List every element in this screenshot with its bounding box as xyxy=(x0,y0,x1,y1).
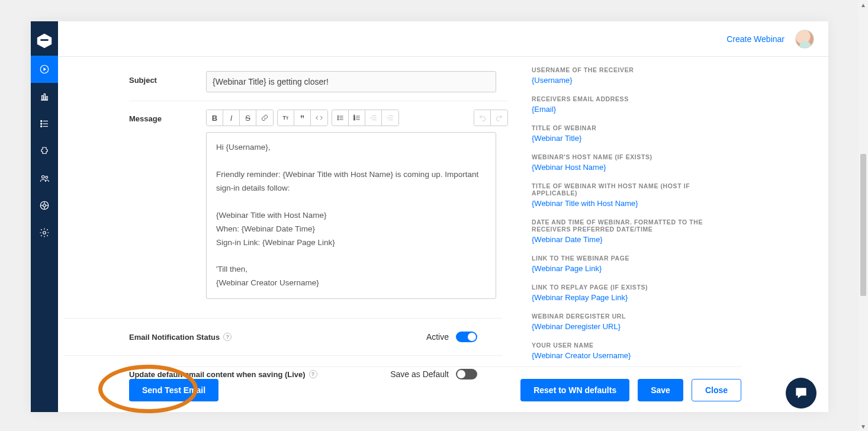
var-title: Link to replay page (if exists) xyxy=(532,284,733,291)
svg-point-27 xyxy=(337,119,339,120)
sidebar-item-webinars[interactable] xyxy=(31,56,58,83)
notification-status-label: Email Notification Status xyxy=(129,333,220,342)
editor-toolbar: B I S TT ” 123 xyxy=(206,110,508,126)
message-editor[interactable]: Hi {Username}, Friendly reminder: {Webin… xyxy=(206,132,496,299)
svg-point-14 xyxy=(42,176,45,179)
ordered-list-button[interactable]: 123 xyxy=(349,110,365,126)
bullet-list-button[interactable] xyxy=(332,110,349,126)
bold-button[interactable]: B xyxy=(207,110,223,126)
quote-button[interactable]: ” xyxy=(294,110,311,126)
svg-point-25 xyxy=(337,117,339,118)
indent-button[interactable] xyxy=(382,110,398,126)
var-token-deregister-url[interactable]: {Webinar Deregister URL} xyxy=(532,322,733,331)
message-label: Message xyxy=(129,110,206,123)
notification-status-toggle[interactable] xyxy=(456,332,477,342)
var-token-date-time[interactable]: {Webinar Date Time} xyxy=(532,235,733,244)
code-button[interactable] xyxy=(311,110,327,126)
italic-button[interactable]: I xyxy=(223,110,240,126)
topbar: Create Webinar xyxy=(58,21,828,57)
footer: Send Test Email Reset to WN defaults Sav… xyxy=(129,366,741,401)
svg-rect-1 xyxy=(40,39,48,41)
var-title: Username of the receiver xyxy=(532,66,733,73)
svg-text:3: 3 xyxy=(353,118,355,121)
link-button[interactable] xyxy=(256,110,273,126)
svg-marker-3 xyxy=(44,67,47,71)
var-token-host-name[interactable]: {Webinar Host Name} xyxy=(532,163,733,172)
var-title: Title of webinar xyxy=(532,124,733,131)
var-title: Date and time of webinar. Formatted to t… xyxy=(532,218,733,233)
save-button[interactable]: Save xyxy=(638,379,683,401)
outdent-button[interactable] xyxy=(365,110,382,126)
sidebar-item-list[interactable] xyxy=(31,110,58,137)
var-title: Title of webinar with host name (host if… xyxy=(532,182,733,197)
var-token-webinar-title[interactable]: {Webinar Title} xyxy=(532,134,733,143)
var-token-title-with-host[interactable]: {Webinar Title with Host Name} xyxy=(532,199,733,208)
var-token-username[interactable]: {Username} xyxy=(532,76,733,85)
sidebar-item-analytics[interactable] xyxy=(31,83,58,110)
sidebar-item-settings[interactable] xyxy=(31,219,58,246)
variables-panel: Username of the receiver{Username} Recei… xyxy=(532,66,733,371)
svg-point-8 xyxy=(41,120,42,121)
strike-button[interactable]: S xyxy=(240,110,256,126)
svg-point-10 xyxy=(41,123,42,124)
avatar[interactable] xyxy=(795,30,814,49)
sidebar-item-integrations[interactable] xyxy=(31,137,58,165)
heading-button[interactable]: TT xyxy=(278,110,294,126)
svg-rect-5 xyxy=(42,96,43,101)
help-icon[interactable]: ? xyxy=(223,333,232,341)
content: Subject Message B I S xyxy=(58,57,828,412)
var-title: Receivers email address xyxy=(532,95,733,102)
create-webinar-link[interactable]: Create Webinar xyxy=(726,34,785,44)
browser-scrollbar[interactable]: ▲ ▼ xyxy=(859,0,868,431)
send-test-email-button[interactable]: Send Test Email xyxy=(129,379,218,401)
svg-rect-6 xyxy=(44,94,45,101)
svg-point-22 xyxy=(43,231,46,234)
svg-rect-7 xyxy=(46,97,47,100)
var-token-creator-username[interactable]: {Webinar Creator Username} xyxy=(532,351,733,360)
var-token-replay-link[interactable]: {Webinar Replay Page Link} xyxy=(532,293,733,302)
sidebar-item-help[interactable] xyxy=(31,192,58,219)
app-frame: Create Webinar Subject Message B I S xyxy=(31,21,828,412)
var-title: Link to the webinar page xyxy=(532,255,733,262)
undo-button[interactable] xyxy=(474,110,491,126)
var-title: Your user name xyxy=(532,342,733,349)
subject-row: Subject xyxy=(129,63,508,101)
app-logo-icon xyxy=(36,32,53,50)
close-button[interactable]: Close xyxy=(692,379,741,401)
sidebar xyxy=(31,21,58,412)
svg-point-23 xyxy=(337,115,339,117)
svg-point-17 xyxy=(43,204,46,207)
message-row: Message B I S TT ” xyxy=(129,101,508,307)
subject-input[interactable] xyxy=(206,71,496,92)
chat-bubble-icon[interactable] xyxy=(786,378,816,409)
notification-status-row: Email Notification Status ? Active xyxy=(64,318,502,355)
form-area: Subject Message B I S xyxy=(58,57,508,393)
notification-status-value: Active xyxy=(426,332,449,342)
var-title: Webinar's host name (if exists) xyxy=(532,153,733,160)
var-token-email[interactable]: {Email} xyxy=(532,105,733,114)
redo-button[interactable] xyxy=(491,110,507,126)
var-title: Webinar deregister URL xyxy=(532,313,733,320)
var-token-page-link[interactable]: {Webinar Page Link} xyxy=(532,264,733,273)
subject-label: Subject xyxy=(129,71,206,85)
svg-point-15 xyxy=(46,176,48,179)
sidebar-item-people[interactable] xyxy=(31,165,58,192)
reset-defaults-button[interactable]: Reset to WN defaults xyxy=(520,379,629,401)
svg-point-12 xyxy=(41,126,42,127)
